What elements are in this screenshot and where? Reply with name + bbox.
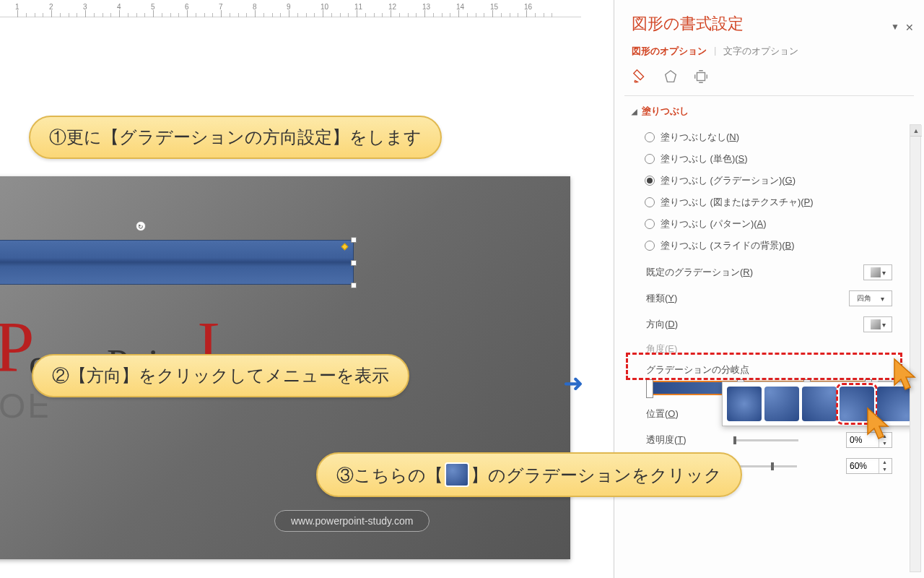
- annotation-callout-1: ①更に【グラデーションの方向設定】をします: [29, 116, 442, 159]
- preset-gradient-dropdown[interactable]: ▾: [863, 264, 892, 280]
- selected-shape[interactable]: [0, 240, 354, 285]
- gradient-direction-option[interactable]: [727, 387, 762, 421]
- resize-handle[interactable]: [351, 260, 357, 266]
- fill-slidebg-radio[interactable]: 塗りつぶし (スライドの背景)(B): [635, 235, 904, 256]
- gradient-direction-row: 方向(D) ▾: [614, 311, 924, 337]
- tab-shape-options[interactable]: 図形のオプション: [632, 45, 707, 58]
- fill-line-icon[interactable]: [632, 68, 649, 85]
- gradient-direction-option[interactable]: [802, 387, 837, 421]
- gradient-type-dropdown[interactable]: 四角▾: [849, 290, 892, 306]
- resize-handle[interactable]: [351, 282, 357, 288]
- gradient-direction-option[interactable]: [764, 387, 799, 421]
- fill-none-radio[interactable]: 塗りつぶしなし(N): [635, 126, 904, 148]
- gradient-direction-dropdown[interactable]: ▾: [863, 316, 892, 332]
- fill-solid-radio[interactable]: 塗りつぶし (単色)(S): [635, 148, 904, 170]
- gradient-type-row: 種類(Y) 四角▾: [614, 285, 924, 311]
- category-icons: [614, 65, 924, 95]
- gradient-stops-label: グラデーションの分岐点: [614, 361, 924, 379]
- panel-title: 図形の書式設定: [614, 0, 924, 43]
- horizontal-ruler: 12345678910111213141516: [0, 0, 581, 17]
- svg-rect-0: [697, 73, 705, 81]
- scroll-up-button[interactable]: ▲: [910, 125, 922, 137]
- tab-text-options[interactable]: 文字のオプション: [723, 45, 798, 58]
- size-properties-icon[interactable]: [692, 68, 710, 85]
- annotation-arrow-icon: ➜: [563, 368, 583, 397]
- fill-pattern-radio[interactable]: 塗りつぶし (パターン)(A): [635, 213, 904, 235]
- fill-picture-radio[interactable]: 塗りつぶし (図またはテクスチャ)(P): [635, 191, 904, 213]
- cursor-pointer-icon: [865, 407, 894, 447]
- gradient-angle-row: 角度(E): [614, 337, 924, 361]
- url-badge: www.powerpoint-study.com: [274, 510, 430, 532]
- fill-gradient-radio[interactable]: 塗りつぶし (グラデーション)(G): [635, 170, 904, 191]
- resize-handle[interactable]: [351, 237, 357, 243]
- brightness-spinner[interactable]: ▲▼: [846, 458, 892, 474]
- fill-options-group: 塗りつぶしなし(N) 塗りつぶし (単色)(S) 塗りつぶし (グラデーション)…: [614, 124, 924, 259]
- preset-gradient-row: 既定のグラデーション(R) ▾: [614, 259, 924, 285]
- gradient-stop-handle[interactable]: [646, 379, 653, 398]
- ruler-ticks: 12345678910111213141516: [0, 0, 581, 17]
- task-pane-options-icon[interactable]: ▼: [891, 22, 899, 32]
- panel-option-tabs: 図形のオプション | 文字のオプション: [614, 43, 924, 65]
- brightness-slider[interactable]: [732, 465, 797, 467]
- panel-scrollbar[interactable]: ▲: [910, 124, 921, 572]
- close-icon[interactable]: ✕: [905, 22, 914, 33]
- fill-section-header[interactable]: ◢ 塗りつぶし: [614, 96, 924, 124]
- transparency-slider[interactable]: [733, 439, 798, 441]
- annotation-callout-3: ③こちらの【】のグラデーションをクリック: [316, 452, 742, 497]
- gradient-swatch-icon: [445, 462, 469, 487]
- annotation-callout-2: ②【方向】をクリックしてメニューを表示: [32, 354, 409, 397]
- rotation-handle[interactable]: ↻: [136, 221, 146, 231]
- collapse-arrow-icon: ◢: [632, 108, 637, 116]
- cursor-pointer-icon: [892, 358, 920, 398]
- effects-icon[interactable]: [662, 68, 679, 85]
